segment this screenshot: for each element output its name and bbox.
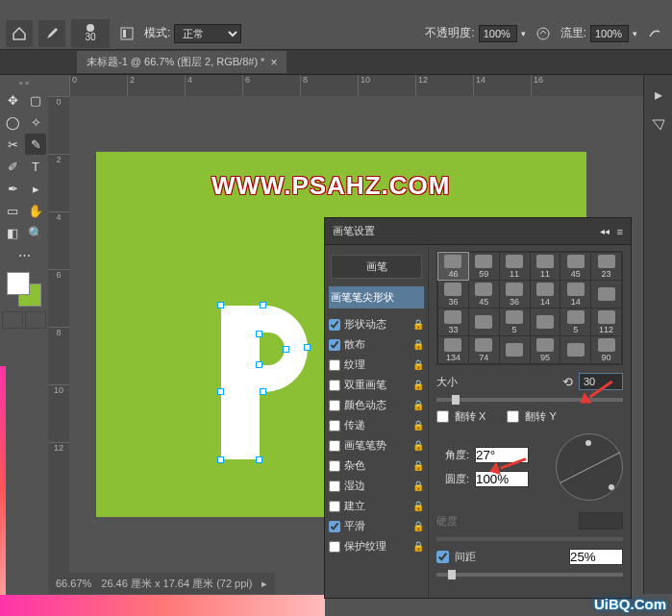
brush-preset-cell[interactable]: 45 <box>469 281 499 308</box>
brush-preset-cell[interactable]: 95 <box>531 336 560 363</box>
zoom-tool-icon[interactable]: 🔍 <box>25 222 46 243</box>
crop-tool-icon[interactable]: ✂ <box>2 134 23 155</box>
letter-p-shape[interactable] <box>221 306 317 459</box>
option-checkbox[interactable] <box>329 521 340 532</box>
brush-option-item[interactable]: 纹理 🔒 <box>325 355 428 375</box>
magic-wand-tool-icon[interactable]: ✧ <box>25 111 46 133</box>
anchor-point[interactable] <box>256 456 262 463</box>
option-checkbox[interactable] <box>329 480 340 492</box>
brush-option-item[interactable]: 保护纹理 🔒 <box>325 536 428 556</box>
status-chevron-icon[interactable]: ▸ <box>261 578 267 590</box>
brush-option-item[interactable]: 双重画笔 🔒 <box>325 375 428 395</box>
screenmode-icon[interactable] <box>25 311 46 329</box>
edit-toolbar-icon[interactable]: ⋯ <box>13 244 35 265</box>
anchor-point[interactable] <box>260 302 266 308</box>
lock-icon[interactable]: 🔒 <box>412 400 424 411</box>
brush-option-item[interactable]: 建立 🔒 <box>325 496 428 516</box>
brush-preset-cell[interactable]: 46 <box>438 253 468 280</box>
document-tab[interactable]: 未标题-1 @ 66.7% (图层 2, RGB/8#) * × <box>77 51 286 73</box>
home-icon[interactable] <box>6 20 33 47</box>
foreground-swatch[interactable] <box>7 272 30 295</box>
brush-settings-panel[interactable]: 画笔设置 ◂◂ ≡ 画笔 画笔笔尖形状 形状动态 🔒 散布 🔒 纹理 🔒 双重画… <box>324 217 632 599</box>
brush-preset-cell[interactable] <box>469 308 499 335</box>
zoom-value[interactable]: 66.67% <box>56 578 91 589</box>
panel-expand-icon[interactable]: ◂◂ <box>600 226 610 237</box>
path-select-tool-icon[interactable]: ▸ <box>25 178 46 199</box>
brush-preset-cell[interactable]: 45 <box>560 253 590 280</box>
lock-icon[interactable]: 🔒 <box>412 501 424 512</box>
brush-tool-icon[interactable]: ✎ <box>25 134 46 155</box>
lock-icon[interactable]: 🔒 <box>412 541 424 553</box>
flow-input[interactable] <box>590 25 629 42</box>
brush-preset-cell[interactable]: 11 <box>531 253 560 280</box>
lock-icon[interactable]: 🔒 <box>412 339 424 351</box>
move-tool-icon[interactable]: ✥ <box>2 89 23 111</box>
reset-size-icon[interactable]: ⟲ <box>562 375 573 389</box>
brush-preset-cell[interactable]: 33 <box>438 308 468 335</box>
anchor-point[interactable] <box>256 331 262 337</box>
anchor-point[interactable] <box>283 346 289 353</box>
close-tab-icon[interactable]: × <box>270 56 277 69</box>
option-checkbox[interactable] <box>329 380 340 391</box>
spacing-checkbox[interactable] <box>436 551 449 563</box>
brush-preset-cell[interactable]: 90 <box>591 336 621 363</box>
panel-title[interactable]: 画笔设置 <box>333 224 375 238</box>
shape-tool-icon[interactable]: ▭ <box>2 200 23 221</box>
lock-icon[interactable]: 🔒 <box>412 420 424 431</box>
brush-option-item[interactable]: 湿边 🔒 <box>325 476 428 496</box>
properties-icon[interactable] <box>649 115 668 135</box>
brush-tip-shape-item[interactable]: 画笔笔尖形状 <box>329 286 424 308</box>
lock-icon[interactable]: 🔒 <box>412 521 424 532</box>
lock-icon[interactable]: 🔒 <box>412 460 424 472</box>
anchor-point[interactable] <box>256 361 262 368</box>
lasso-tool-icon[interactable]: ◯ <box>2 111 23 133</box>
lock-icon[interactable]: 🔒 <box>412 319 424 331</box>
brush-option-item[interactable]: 平滑 🔒 <box>325 516 428 536</box>
marquee-tool-icon[interactable]: ▢ <box>25 89 46 111</box>
pen-tool-icon[interactable]: ✒ <box>2 178 23 199</box>
eyedropper-tool-icon[interactable]: ✐ <box>2 156 23 177</box>
option-checkbox[interactable] <box>329 501 340 512</box>
brush-preset-cell[interactable]: 36 <box>438 281 468 308</box>
hand-tool-icon[interactable]: ✋ <box>25 200 46 221</box>
color-swatches[interactable] <box>7 272 41 307</box>
brushes-button[interactable]: 画笔 <box>331 255 422 279</box>
brush-preset-cell[interactable]: 74 <box>469 336 499 363</box>
lock-icon[interactable]: 🔒 <box>412 380 424 391</box>
brush-preset-cell[interactable]: 11 <box>500 253 530 280</box>
lock-icon[interactable]: 🔒 <box>412 440 424 452</box>
brush-preset-cell[interactable]: 14 <box>560 281 590 308</box>
panel-menu-icon[interactable]: ≡ <box>617 226 623 237</box>
expand-panels-icon[interactable]: ▸ <box>649 85 668 104</box>
brush-preset-cell[interactable]: 36 <box>500 281 530 308</box>
anchor-point[interactable] <box>217 388 224 395</box>
option-checkbox[interactable] <box>329 420 340 431</box>
brush-preset-cell[interactable]: 5 <box>560 308 590 335</box>
opacity-input[interactable] <box>479 25 517 42</box>
brush-preset-cell[interactable]: 5 <box>500 308 530 335</box>
brush-panel-toggle-icon[interactable] <box>115 22 138 45</box>
brush-preset-cell[interactable]: 112 <box>591 308 621 335</box>
brush-preset-picker[interactable]: 30 <box>71 19 110 48</box>
brush-preset-cell[interactable] <box>591 281 621 308</box>
brush-option-item[interactable]: 画笔笔势 🔒 <box>325 435 428 456</box>
brush-option-item[interactable]: 散布 🔒 <box>325 334 428 355</box>
brush-tool-icon[interactable] <box>38 20 65 47</box>
brush-presets-grid[interactable]: 46591111452336453614143355112134749590 <box>436 251 623 365</box>
panel-header[interactable]: 画笔设置 ◂◂ ≡ <box>325 218 631 245</box>
brush-preset-cell[interactable] <box>531 308 560 335</box>
option-checkbox[interactable] <box>329 359 340 371</box>
flip-y-checkbox[interactable] <box>507 410 519 423</box>
brush-preset-cell[interactable]: 59 <box>469 253 499 280</box>
flip-x-checkbox[interactable] <box>436 410 449 423</box>
anchor-point[interactable] <box>260 388 266 395</box>
brush-option-item[interactable]: 传递 🔒 <box>325 415 428 435</box>
brush-option-item[interactable]: 杂色 🔒 <box>325 456 428 476</box>
type-tool-icon[interactable]: T <box>25 156 46 177</box>
brush-preset-cell[interactable]: 134 <box>438 336 468 363</box>
gradient-tool-icon[interactable]: ◧ <box>2 222 23 243</box>
brush-preset-cell[interactable] <box>560 336 590 363</box>
angle-dial[interactable] <box>556 433 623 501</box>
brush-option-item[interactable]: 形状动态 🔒 <box>325 314 428 334</box>
option-checkbox[interactable] <box>329 460 340 472</box>
